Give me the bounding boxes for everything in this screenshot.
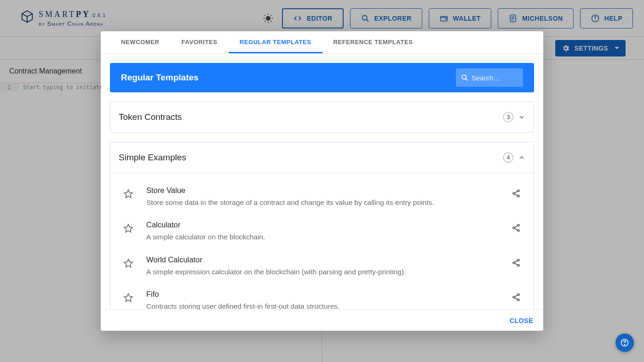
template-desc: Contracts storing user defined first-in …	[146, 301, 512, 310]
group-header[interactable]: Simple Examples 4	[110, 142, 534, 173]
share-icon[interactable]	[512, 258, 521, 267]
chevron-up-icon	[518, 154, 525, 161]
svg-marker-33	[124, 294, 132, 302]
svg-marker-27	[124, 259, 132, 267]
star-icon[interactable]	[123, 223, 133, 233]
group-title: Token Contracts	[119, 112, 182, 122]
svg-line-19	[515, 191, 518, 193]
star-icon[interactable]	[123, 258, 133, 268]
svg-line-37	[515, 295, 518, 297]
group-count: 3	[503, 112, 513, 122]
section-title: Regular Templates	[121, 73, 199, 83]
search-input[interactable]	[472, 74, 518, 82]
template-row: Calculator A simple calculator on the bl…	[110, 217, 534, 251]
help-icon	[620, 338, 629, 347]
star-icon[interactable]	[123, 189, 133, 199]
modal-overlay[interactable]: NEWCOMER FAVORITES REGULAR TEMPLATES REF…	[0, 0, 644, 362]
modal-tabs: NEWCOMER FAVORITES REGULAR TEMPLATES REF…	[101, 31, 543, 54]
chevron-down-icon	[518, 113, 525, 121]
group-header[interactable]: Token Contracts 3	[110, 102, 534, 132]
group-title: Simple Examples	[119, 153, 186, 163]
svg-marker-15	[124, 190, 132, 198]
search-box[interactable]	[456, 68, 523, 87]
svg-line-26	[515, 228, 518, 230]
share-icon[interactable]	[512, 293, 521, 302]
share-icon[interactable]	[512, 189, 521, 198]
svg-point-40	[624, 345, 625, 345]
templates-modal: NEWCOMER FAVORITES REGULAR TEMPLATES REF…	[101, 31, 543, 331]
svg-line-14	[466, 79, 467, 80]
template-row: Fifo Contracts storing user defined firs…	[110, 286, 534, 310]
close-button[interactable]: CLOSE	[508, 313, 535, 328]
template-title[interactable]: Calculator	[146, 221, 512, 229]
template-title[interactable]: World Calculator	[146, 255, 512, 264]
tab-reference-templates[interactable]: REFERENCE TEMPLATES	[322, 31, 424, 53]
svg-point-13	[462, 75, 466, 79]
template-desc: A simple calculator on the blockchain.	[146, 232, 512, 242]
group-count: 4	[503, 153, 513, 163]
group-token-contracts: Token Contracts 3	[110, 102, 534, 133]
group-body: Store Value Store some data in the stora…	[110, 173, 534, 310]
template-desc: Store some data in the storage of a cont…	[146, 198, 512, 208]
tab-favorites[interactable]: FAVORITES	[171, 31, 229, 53]
svg-line-32	[515, 263, 518, 265]
svg-line-31	[515, 260, 518, 262]
star-icon[interactable]	[123, 293, 133, 303]
svg-line-38	[515, 298, 518, 300]
template-row: World Calculator A simple expression cal…	[110, 252, 534, 286]
template-title[interactable]: Fifo	[146, 290, 512, 299]
template-title[interactable]: Store Value	[146, 186, 512, 195]
modal-footer: CLOSE	[101, 310, 543, 331]
share-icon[interactable]	[512, 223, 521, 232]
search-icon	[460, 74, 469, 82]
tab-newcomer[interactable]: NEWCOMER	[110, 31, 171, 53]
template-desc: A simple expression calculator on the bl…	[146, 267, 512, 277]
help-bubble[interactable]	[615, 334, 634, 352]
svg-line-20	[515, 194, 518, 196]
group-simple-examples: Simple Examples 4 Store Value Store some…	[110, 142, 534, 310]
svg-marker-21	[124, 225, 132, 232]
tab-regular-templates[interactable]: REGULAR TEMPLATES	[229, 31, 322, 53]
template-row: Store Value Store some data in the stora…	[110, 182, 534, 217]
svg-line-25	[515, 226, 518, 227]
modal-body: Regular Templates Token Contracts 3	[101, 54, 543, 310]
section-titlebar: Regular Templates	[110, 63, 534, 92]
